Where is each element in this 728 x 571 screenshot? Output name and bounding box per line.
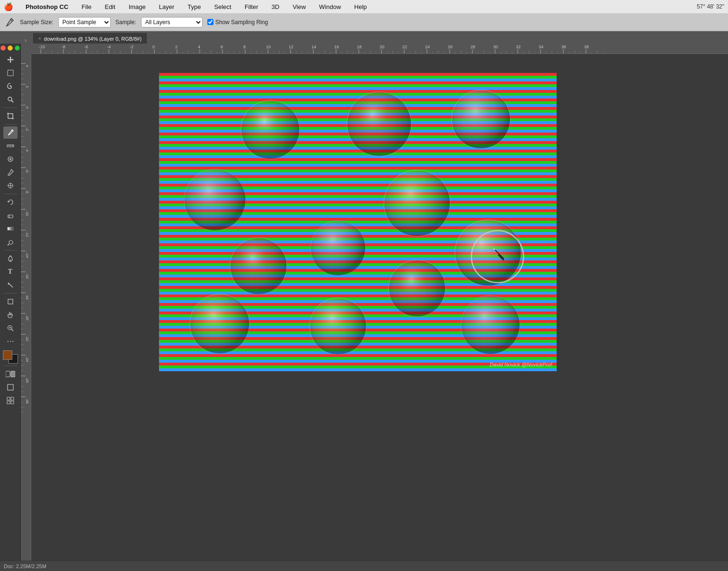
ruler-tool[interactable] <box>3 140 18 152</box>
pen-tool[interactable] <box>3 252 18 265</box>
svg-text:-2: -2 <box>25 127 29 131</box>
svg-line-3 <box>11 100 13 102</box>
svg-text:-12: -12 <box>25 232 29 237</box>
apple-menu[interactable]: 🍎 <box>4 2 13 11</box>
svg-text:34: 34 <box>539 45 543 49</box>
left-toolbar: T ⋯ <box>0 44 21 561</box>
menu-photoshop[interactable]: Photoshop CC <box>23 2 71 11</box>
tab-close-icon[interactable]: × <box>38 36 41 41</box>
menu-window[interactable]: Window <box>316 2 344 11</box>
foreground-color[interactable] <box>3 350 12 360</box>
panel-arrow[interactable]: › <box>25 37 27 44</box>
history-brush-tool[interactable] <box>3 196 18 208</box>
clone-stamp-tool[interactable] <box>3 179 18 192</box>
svg-text:-2: -2 <box>130 45 133 49</box>
zoom-tool[interactable] <box>3 322 18 334</box>
svg-point-2 <box>8 97 12 101</box>
quick-select-tool[interactable] <box>3 93 18 106</box>
svg-line-0 <box>10 19 12 21</box>
shape-tool[interactable] <box>3 295 18 308</box>
svg-rect-33 <box>7 401 10 404</box>
svg-point-262 <box>389 260 445 317</box>
more-icon: ⋯ <box>7 338 14 345</box>
svg-text:-16: -16 <box>25 273 29 279</box>
quick-mask-mode[interactable] <box>3 368 18 380</box>
ruler-left-svg: 420-2-4-6-8-10-12-14-16-18-20-22-24-26-2… <box>21 54 31 561</box>
tool-separator-3 <box>4 194 17 194</box>
bubbles-svg <box>159 73 557 371</box>
show-sampling-ring-label[interactable]: Show Sampling Ring <box>207 19 268 26</box>
svg-rect-29 <box>11 371 15 377</box>
menu-type[interactable]: Type <box>185 2 204 11</box>
svg-text:12: 12 <box>289 45 293 49</box>
gradient-tool[interactable] <box>3 223 18 235</box>
svg-text:24: 24 <box>425 45 430 49</box>
menu-help[interactable]: Help <box>351 2 370 11</box>
svg-point-252 <box>452 90 510 149</box>
eraser-tool[interactable] <box>3 209 18 222</box>
dodge-tool[interactable] <box>3 236 18 248</box>
status-bar: Doc: 2.25M/2.25M <box>0 561 728 571</box>
menu-edit[interactable]: Edit <box>102 2 118 11</box>
svg-text:-6: -6 <box>84 45 88 49</box>
type-tool[interactable]: T <box>3 266 18 278</box>
menu-file[interactable]: File <box>79 2 94 11</box>
svg-rect-1 <box>8 70 13 76</box>
image-canvas[interactable]: David Novick @NovickProf <box>31 54 728 561</box>
svg-point-254 <box>184 169 246 231</box>
svg-point-271 <box>461 295 520 354</box>
color-swatches[interactable] <box>3 350 18 364</box>
eyedropper-tool[interactable] <box>3 126 18 139</box>
svg-point-250 <box>347 92 411 156</box>
maximize-button[interactable] <box>15 45 20 51</box>
svg-text:0: 0 <box>152 45 155 49</box>
menu-3d[interactable]: 3D <box>269 2 283 11</box>
sample-size-label: Sample Size: <box>20 19 53 26</box>
artboards[interactable] <box>3 394 18 407</box>
svg-text:2: 2 <box>25 86 29 88</box>
svg-rect-17 <box>8 215 13 218</box>
svg-rect-34 <box>11 401 14 404</box>
sample-label: Sample: <box>115 19 136 26</box>
type-icon: T <box>8 268 12 276</box>
close-button[interactable] <box>0 45 6 51</box>
crop-tool[interactable] <box>3 110 18 122</box>
sample-select[interactable]: All Layers Current Layer Current & Below <box>141 17 203 27</box>
marquee-tool[interactable] <box>3 67 18 79</box>
path-selection-tool[interactable] <box>3 279 18 291</box>
svg-rect-30 <box>8 384 13 390</box>
svg-text:10: 10 <box>266 45 271 49</box>
svg-text:8: 8 <box>243 45 246 49</box>
show-sampling-ring-checkbox[interactable] <box>207 19 213 25</box>
svg-text:-28: -28 <box>25 398 29 404</box>
ruler-top-svg: // Will be drawn by JS below -10-8-6-4-2… <box>31 44 728 54</box>
svg-text:-4: -4 <box>25 148 29 152</box>
menu-layer[interactable]: Layer <box>156 2 178 11</box>
svg-text:36: 36 <box>561 45 566 49</box>
eyedropper-tool-icon <box>4 17 15 28</box>
svg-text:14: 14 <box>311 45 316 49</box>
menu-image[interactable]: Image <box>126 2 149 11</box>
svg-text:-24: -24 <box>25 357 29 362</box>
svg-text:-8: -8 <box>25 190 29 194</box>
sample-size-select[interactable]: Point Sample 3 by 3 Average 5 by 5 Avera… <box>58 17 111 27</box>
brush-tool[interactable] <box>3 166 18 178</box>
move-tool[interactable] <box>3 54 18 66</box>
svg-text:4: 4 <box>25 65 29 67</box>
svg-point-258 <box>311 221 365 276</box>
menu-view[interactable]: View <box>290 2 309 11</box>
menu-select[interactable]: Select <box>211 2 234 11</box>
svg-text:18: 18 <box>357 45 362 49</box>
hand-tool[interactable] <box>3 309 18 321</box>
ruler-corner <box>21 44 31 54</box>
canvas-area: // Will be drawn by JS below -10-8-6-4-2… <box>21 44 728 561</box>
healing-tool[interactable] <box>3 153 18 165</box>
minimize-button[interactable] <box>8 45 13 51</box>
lasso-tool[interactable] <box>3 80 18 92</box>
menu-filter[interactable]: Filter <box>242 2 261 11</box>
more-tools[interactable]: ⋯ <box>3 335 18 348</box>
svg-text:-10: -10 <box>25 211 29 216</box>
screen-mode[interactable] <box>3 381 18 393</box>
svg-text:22: 22 <box>402 45 407 49</box>
document-tab[interactable]: × download.png @ 134% (Layer 0, RGB/8#) <box>33 33 147 44</box>
